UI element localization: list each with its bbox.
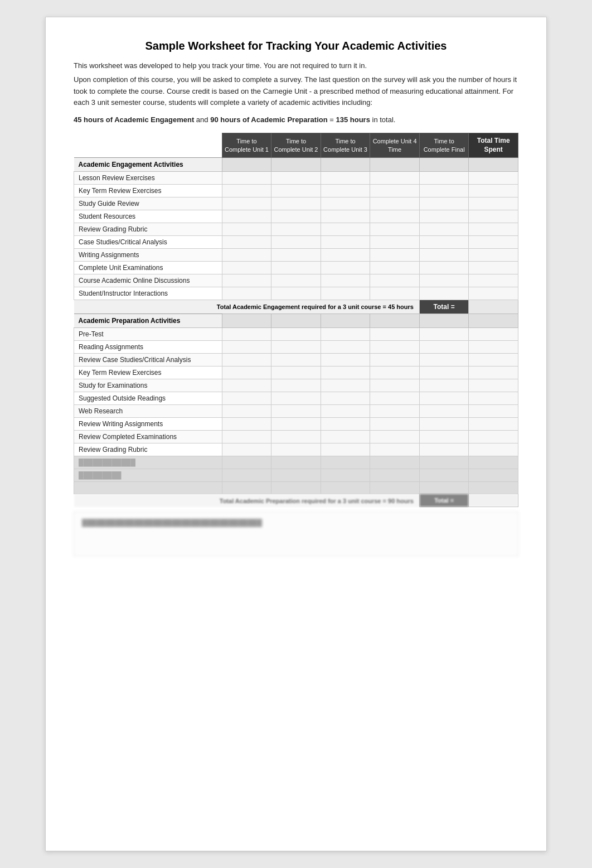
cell-total[interactable] xyxy=(469,223,518,236)
cell-unit2[interactable] xyxy=(271,354,321,367)
cell-final[interactable] xyxy=(419,287,469,300)
cell-unit2[interactable] xyxy=(271,197,321,210)
cell-unit1[interactable] xyxy=(222,418,271,431)
cell-final[interactable] xyxy=(419,341,469,354)
cell-unit3[interactable] xyxy=(321,367,370,379)
cell-unit1[interactable] xyxy=(222,197,271,210)
cell-unit3[interactable] xyxy=(321,405,370,418)
cell-total[interactable] xyxy=(469,443,518,456)
cell-unit1[interactable] xyxy=(222,392,271,405)
section1-total-result[interactable] xyxy=(469,300,518,314)
cell-unit4[interactable] xyxy=(370,210,420,223)
cell-unit4[interactable] xyxy=(370,249,420,262)
cell-total[interactable] xyxy=(469,249,518,262)
cell-unit4[interactable] xyxy=(370,354,420,367)
cell-total[interactable] xyxy=(469,392,518,405)
cell-unit1[interactable] xyxy=(222,379,271,392)
cell-unit4[interactable] xyxy=(370,185,420,197)
cell-total[interactable] xyxy=(469,262,518,274)
cell-unit1[interactable] xyxy=(222,262,271,274)
cell-unit2[interactable] xyxy=(271,172,321,185)
cell-unit1[interactable] xyxy=(222,341,271,354)
cell-unit3[interactable] xyxy=(321,379,370,392)
cell-unit4[interactable] xyxy=(370,262,420,274)
cell-unit1[interactable] xyxy=(222,172,271,185)
cell-final[interactable] xyxy=(419,210,469,223)
cell-total[interactable] xyxy=(469,236,518,249)
cell-unit1[interactable] xyxy=(222,274,271,287)
cell-unit1[interactable] xyxy=(222,287,271,300)
cell-unit1[interactable] xyxy=(222,210,271,223)
cell-final[interactable] xyxy=(419,249,469,262)
cell-final[interactable] xyxy=(419,172,469,185)
cell-unit4[interactable] xyxy=(370,405,420,418)
cell-unit4[interactable] xyxy=(370,392,420,405)
cell-unit2[interactable] xyxy=(271,341,321,354)
cell-unit4[interactable] xyxy=(370,197,420,210)
cell-final[interactable] xyxy=(419,328,469,341)
cell-unit4[interactable] xyxy=(370,418,420,431)
cell-unit2[interactable] xyxy=(271,274,321,287)
cell-total[interactable] xyxy=(469,328,518,341)
cell-total[interactable] xyxy=(469,185,518,197)
cell-unit1[interactable] xyxy=(222,185,271,197)
cell-unit4[interactable] xyxy=(370,172,420,185)
cell-unit3[interactable] xyxy=(321,210,370,223)
cell-unit1[interactable] xyxy=(222,328,271,341)
cell-unit1[interactable] xyxy=(222,354,271,367)
cell-total[interactable] xyxy=(469,405,518,418)
cell-unit4[interactable] xyxy=(370,443,420,456)
cell-total[interactable] xyxy=(469,341,518,354)
cell-unit2[interactable] xyxy=(271,287,321,300)
cell-unit2[interactable] xyxy=(271,328,321,341)
cell-unit3[interactable] xyxy=(321,328,370,341)
cell-unit4[interactable] xyxy=(370,274,420,287)
cell-unit2[interactable] xyxy=(271,223,321,236)
cell-unit1[interactable] xyxy=(222,236,271,249)
cell-unit3[interactable] xyxy=(321,197,370,210)
cell-unit3[interactable] xyxy=(321,443,370,456)
cell-unit3[interactable] xyxy=(321,262,370,274)
cell-unit2[interactable] xyxy=(271,236,321,249)
cell-unit2[interactable] xyxy=(271,418,321,431)
cell-unit1[interactable] xyxy=(222,443,271,456)
cell-final[interactable] xyxy=(419,185,469,197)
cell-unit2[interactable] xyxy=(271,185,321,197)
cell-final[interactable] xyxy=(419,354,469,367)
cell-total[interactable] xyxy=(469,379,518,392)
cell-unit1[interactable] xyxy=(222,431,271,443)
cell-unit4[interactable] xyxy=(370,367,420,379)
cell-final[interactable] xyxy=(419,223,469,236)
cell-unit3[interactable] xyxy=(321,172,370,185)
cell-final[interactable] xyxy=(419,236,469,249)
cell-unit1[interactable] xyxy=(222,405,271,418)
cell-unit2[interactable] xyxy=(271,379,321,392)
cell-unit4[interactable] xyxy=(370,287,420,300)
cell-total[interactable] xyxy=(469,210,518,223)
cell-total[interactable] xyxy=(469,418,518,431)
cell-unit2[interactable] xyxy=(271,443,321,456)
cell-final[interactable] xyxy=(419,431,469,443)
cell-unit4[interactable] xyxy=(370,379,420,392)
cell-final[interactable] xyxy=(419,379,469,392)
cell-unit3[interactable] xyxy=(321,392,370,405)
cell-unit3[interactable] xyxy=(321,236,370,249)
cell-unit3[interactable] xyxy=(321,287,370,300)
cell-unit2[interactable] xyxy=(271,367,321,379)
cell-unit3[interactable] xyxy=(321,185,370,197)
cell-unit1[interactable] xyxy=(222,367,271,379)
cell-final[interactable] xyxy=(419,418,469,431)
cell-unit2[interactable] xyxy=(271,262,321,274)
cell-final[interactable] xyxy=(419,405,469,418)
cell-total[interactable] xyxy=(469,274,518,287)
cell-total[interactable] xyxy=(469,197,518,210)
cell-unit4[interactable] xyxy=(370,328,420,341)
cell-unit3[interactable] xyxy=(321,274,370,287)
cell-unit2[interactable] xyxy=(271,249,321,262)
cell-unit2[interactable] xyxy=(271,392,321,405)
cell-final[interactable] xyxy=(419,443,469,456)
cell-unit3[interactable] xyxy=(321,341,370,354)
cell-final[interactable] xyxy=(419,392,469,405)
cell-total[interactable] xyxy=(469,172,518,185)
cell-unit3[interactable] xyxy=(321,431,370,443)
